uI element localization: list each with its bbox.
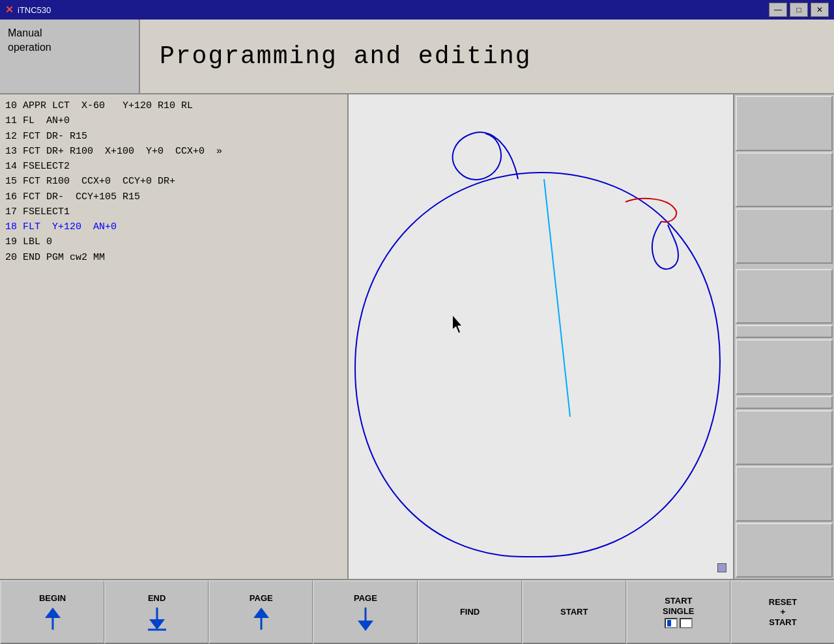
- svg-marker-9: [358, 621, 373, 631]
- toolbar-button-6[interactable]: [736, 410, 833, 466]
- reset-start-button[interactable]: RESET+START: [730, 580, 834, 644]
- page-down-button[interactable]: PAGE: [313, 580, 417, 644]
- begin-arrow-up: [40, 606, 66, 631]
- reset-start-label: RESET+START: [769, 597, 797, 628]
- code-line-14[interactable]: 14 FSELECT2: [3, 159, 345, 174]
- titlebar-left: ✕ iTNC530: [5, 4, 51, 16]
- end-label: END: [148, 593, 165, 604]
- app-title: iTNC530: [18, 5, 51, 15]
- toolbar-button-2[interactable]: [736, 152, 833, 208]
- begin-label: BEGIN: [39, 593, 66, 604]
- page-up-label: PAGE: [250, 593, 273, 604]
- page-down-label: PAGE: [354, 593, 377, 604]
- code-line-20[interactable]: 20 END PGM cw2 MM: [3, 250, 345, 265]
- code-line-10[interactable]: 10 APPR LCT X-60 Y+120 R10 RL: [3, 98, 345, 113]
- code-line-17[interactable]: 17 FSELECT1: [3, 204, 345, 219]
- code-line-13[interactable]: 13 FCT DR+ R100 X+100 Y+0 CCX+0 »: [3, 144, 345, 159]
- end-arrow-down: [144, 606, 170, 631]
- start-label: START: [560, 607, 588, 617]
- header: Manualoperation Programming and editing: [0, 20, 834, 94]
- checkbox-checked-icon: [665, 618, 678, 628]
- start-button[interactable]: START: [522, 580, 626, 644]
- cursor: [453, 316, 461, 333]
- svg-marker-4: [149, 619, 165, 630]
- toolbar-button-7[interactable]: [736, 466, 833, 522]
- find-label: FIND: [460, 607, 480, 617]
- toolbar-button-3[interactable]: [736, 208, 833, 264]
- graphics-panel: [349, 94, 733, 579]
- bottom-toolbar: BEGIN END PAGE PAGE: [0, 579, 834, 644]
- toolbar-button-5b[interactable]: [736, 396, 833, 409]
- code-line-11[interactable]: 11 FL AN+0: [3, 113, 345, 128]
- page-title: Programming and editing: [160, 42, 532, 70]
- toolbar-button-5[interactable]: [736, 339, 833, 395]
- code-line-19[interactable]: 19 LBL 0: [3, 234, 345, 249]
- maximize-button[interactable]: □: [790, 3, 808, 17]
- minimize-button[interactable]: —: [769, 3, 787, 17]
- titlebar-controls: — □ ✕: [769, 3, 829, 17]
- code-panel: 10 APPR LCT X-60 Y+120 R10 RL11 FL AN+01…: [0, 94, 349, 579]
- page-down-arrow: [352, 606, 379, 631]
- app-icon: ✕: [5, 4, 14, 16]
- toolbar-button-4[interactable]: [736, 269, 833, 324]
- code-line-12[interactable]: 12 FCT DR- R15: [3, 129, 345, 144]
- header-right: Programming and editing: [140, 20, 834, 93]
- code-line-16[interactable]: 16 FCT DR- CCY+105 R15: [3, 189, 345, 204]
- start-single-checkbox-area: [665, 618, 693, 628]
- page-up-button[interactable]: PAGE: [208, 580, 313, 644]
- titlebar: ✕ iTNC530 — □ ✕: [0, 0, 834, 20]
- operation-mode: Manualoperation: [8, 26, 51, 55]
- toolpath-canvas: [349, 94, 733, 579]
- svg-marker-2: [45, 608, 61, 618]
- start-single-button[interactable]: STARTSINGLE: [626, 580, 730, 644]
- close-button[interactable]: ✕: [811, 3, 829, 17]
- toolbar-button-1[interactable]: [736, 96, 833, 151]
- toolbar-button-8[interactable]: [736, 523, 833, 578]
- svg-line-0: [544, 179, 570, 417]
- code-line-15[interactable]: 15 FCT R100 CCX+0 CCY+0 DR+: [3, 174, 345, 189]
- end-button[interactable]: END: [104, 580, 208, 644]
- toolbar-button-4b[interactable]: [736, 325, 833, 338]
- find-button[interactable]: FIND: [418, 580, 522, 644]
- scroll-indicator: [717, 563, 726, 572]
- svg-marker-7: [253, 608, 269, 618]
- start-single-label: STARTSINGLE: [663, 596, 694, 616]
- checkbox-unchecked-icon: [680, 618, 693, 628]
- begin-button[interactable]: BEGIN: [0, 580, 104, 644]
- right-toolbar: [733, 94, 834, 579]
- code-line-18[interactable]: 18 FLT Y+120 AN+0: [3, 219, 345, 234]
- svg-rect-11: [667, 620, 671, 626]
- svg-rect-12: [682, 619, 691, 627]
- mode-label: Manualoperation: [0, 20, 140, 93]
- main-content: 10 APPR LCT X-60 Y+120 R10 RL11 FL AN+01…: [0, 94, 834, 579]
- page-up-arrow: [248, 606, 274, 631]
